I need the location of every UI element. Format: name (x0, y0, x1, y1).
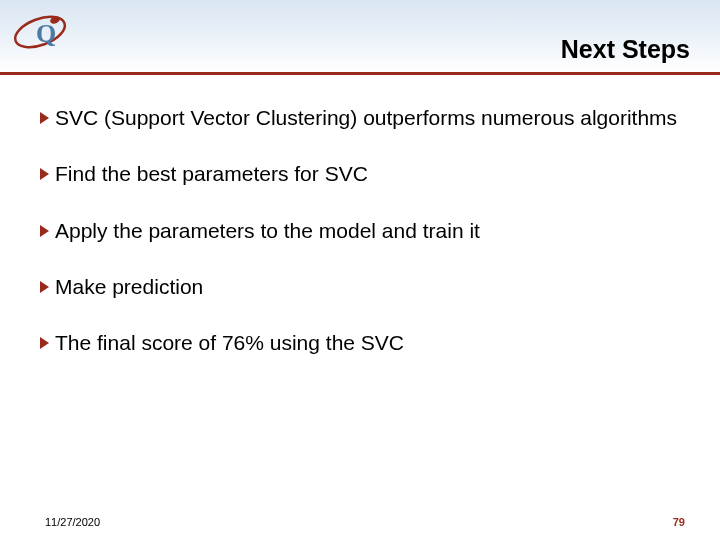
list-item: Apply the parameters to the model and tr… (40, 218, 680, 244)
logo-icon: Q (10, 2, 70, 62)
bullet-text: Make prediction (55, 274, 203, 300)
list-item: Find the best parameters for SVC (40, 161, 680, 187)
bullet-icon (40, 112, 49, 124)
slide-header: Q Next Steps (0, 0, 720, 72)
bullet-text: The final score of 76% using the SVC (55, 330, 404, 356)
list-item: SVC (Support Vector Clustering) outperfo… (40, 105, 680, 131)
slide-content: SVC (Support Vector Clustering) outperfo… (0, 75, 720, 356)
slide-footer: 11/27/2020 79 (0, 516, 720, 528)
list-item: Make prediction (40, 274, 680, 300)
bullet-text: Apply the parameters to the model and tr… (55, 218, 480, 244)
bullet-text: SVC (Support Vector Clustering) outperfo… (55, 105, 677, 131)
list-item: The final score of 76% using the SVC (40, 330, 680, 356)
bullet-icon (40, 168, 49, 180)
bullet-icon (40, 337, 49, 349)
bullet-text: Find the best parameters for SVC (55, 161, 368, 187)
slide-title: Next Steps (561, 35, 690, 64)
footer-date: 11/27/2020 (45, 516, 100, 528)
page-number: 79 (673, 516, 685, 528)
bullet-icon (40, 225, 49, 237)
svg-text:Q: Q (36, 19, 56, 48)
bullet-icon (40, 281, 49, 293)
